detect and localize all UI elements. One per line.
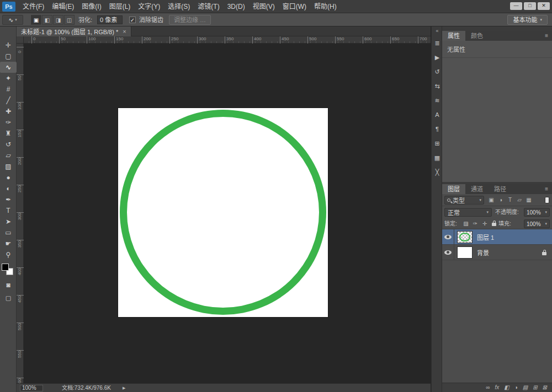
new-selection-button[interactable]: ▣	[31, 15, 41, 25]
layer-thumbnail[interactable]	[457, 246, 473, 259]
character-panel-icon[interactable]: A	[432, 109, 443, 123]
layer-thumbnail[interactable]	[457, 231, 473, 243]
quick-mask-button[interactable]: ◙	[0, 281, 17, 289]
tool-zoom[interactable]: ⚲	[0, 249, 17, 260]
expand-panels-icon[interactable]: «	[432, 26, 443, 34]
panel-menu-icon[interactable]: ≡	[545, 31, 552, 41]
tool-history-brush[interactable]: ↺	[0, 139, 17, 150]
tool-preset-picker[interactable]: ∿ ▾	[2, 15, 23, 25]
filter-smart-objects-icon[interactable]: ▦	[525, 196, 533, 205]
lock-all-icon[interactable]	[490, 219, 498, 228]
filtering-toggle[interactable]	[545, 197, 549, 203]
tool-quick-selection[interactable]: ✦	[0, 73, 17, 84]
add-layer-mask-button[interactable]: ◧	[504, 383, 509, 392]
fill-select[interactable]: 100% ▾	[524, 219, 550, 228]
layer-row-2[interactable]: 背景	[442, 245, 552, 260]
tool-healing-brush[interactable]: ✚	[0, 106, 17, 117]
menu-item-9[interactable]: 窗口(W)	[279, 0, 310, 13]
lock-transparent-pixels-icon[interactable]: ▨	[462, 219, 470, 228]
menu-item-3[interactable]: 图层(L)	[105, 0, 135, 13]
menu-item-0[interactable]: 文件(F)	[19, 0, 48, 13]
filter-type-layers-icon[interactable]: T	[506, 196, 514, 205]
styles-panel-icon[interactable]: ≋	[432, 94, 443, 109]
document-canvas[interactable]	[118, 108, 328, 317]
menu-item-10[interactable]: 帮助(H)	[310, 0, 341, 13]
h-ruler-tick: 100	[87, 36, 95, 44]
menu-item-5[interactable]: 选择(S)	[164, 0, 194, 13]
tool-move[interactable]: ✛	[0, 40, 17, 51]
tool-gradient[interactable]: ▨	[0, 161, 17, 172]
tab-paths[interactable]: 路径	[489, 184, 512, 194]
menu-item-6[interactable]: 滤镜(T)	[194, 0, 223, 13]
swatches-panel-icon[interactable]: ▦	[432, 152, 443, 166]
tab-color[interactable]: 颜色	[465, 31, 489, 41]
workspace-switcher-button[interactable]: 基本功能 ▾	[507, 15, 548, 25]
filter-adjustment-layers-icon[interactable]: ◑	[497, 196, 505, 205]
feather-input[interactable]: 0 像素	[97, 15, 123, 24]
foreground-color-swatch[interactable]	[2, 264, 9, 271]
add-to-selection-button[interactable]: ◧	[42, 15, 52, 25]
filter-shape-layers-icon[interactable]: ▱	[516, 196, 523, 205]
zoom-level-input[interactable]: 100%	[20, 385, 43, 391]
layer-visibility-toggle[interactable]	[442, 245, 454, 260]
tool-type[interactable]: T	[0, 205, 17, 216]
info-panel-icon[interactable]: ⊞	[432, 137, 443, 152]
layer-filter-type-select[interactable]: 类型 ▾	[444, 196, 484, 205]
panel-lines-icon[interactable]: ≣	[432, 37, 443, 51]
delete-layer-button[interactable]: ⊠	[543, 383, 547, 392]
tab-channels[interactable]: 通道	[465, 184, 489, 194]
new-adjustment-layer-button[interactable]: ◑	[514, 383, 518, 392]
tool-hand[interactable]: ☛	[0, 238, 17, 249]
link-layers-button[interactable]: ∞	[486, 383, 490, 392]
layer-style-button[interactable]: fx	[495, 383, 499, 392]
new-group-button[interactable]: ▤	[523, 383, 528, 392]
blend-mode-select[interactable]: 正常 ▾	[444, 208, 492, 217]
menu-item-7[interactable]: 3D(D)	[224, 0, 249, 13]
maximize-button[interactable]: □	[524, 2, 536, 10]
status-options-arrow[interactable]: ▶	[123, 384, 125, 392]
minimize-button[interactable]: —	[510, 2, 522, 10]
tool-path-selection[interactable]: ➤	[0, 216, 17, 227]
tab-properties[interactable]: 属性	[442, 31, 465, 41]
swap-panel-icon[interactable]: ⇆	[432, 80, 443, 94]
tool-eyedropper[interactable]: ╱	[0, 95, 17, 106]
subtract-from-selection-button[interactable]: ◨	[53, 15, 63, 25]
tool-brush[interactable]: ✑	[0, 117, 17, 128]
paragraph-panel-icon[interactable]: ¶	[432, 123, 443, 137]
close-tab-icon[interactable]: ×	[123, 28, 126, 35]
filter-pixel-layers-icon[interactable]: ▣	[487, 196, 495, 205]
refine-edge-button[interactable]: 调整边缘 …	[169, 15, 211, 25]
tool-lasso[interactable]: ∿	[0, 62, 17, 73]
panel-menu-icon[interactable]: ≡	[545, 184, 552, 194]
layer-visibility-toggle[interactable]	[442, 229, 454, 245]
antialias-checkbox[interactable]: ✓	[129, 17, 136, 23]
tool-pen[interactable]: ✒	[0, 194, 17, 205]
tool-rectangular-marquee[interactable]: ▢	[0, 51, 17, 62]
tool-crop[interactable]: #	[0, 84, 17, 95]
opacity-select[interactable]: 100% ▾	[524, 208, 550, 217]
menu-item-2[interactable]: 图像(I)	[78, 0, 105, 13]
layer-row-1[interactable]: 图层 1	[442, 229, 552, 245]
v-ruler-tick: 550	[17, 350, 24, 359]
new-layer-button[interactable]: ⊞	[533, 383, 537, 392]
menu-item-4[interactable]: 文字(Y)	[134, 0, 164, 13]
menu-item-8[interactable]: 视图(V)	[249, 0, 279, 13]
tool-eraser[interactable]: ▱	[0, 150, 17, 161]
lock-image-pixels-icon[interactable]: ✑	[471, 219, 479, 228]
tool-clone-stamp[interactable]: ♜	[0, 128, 17, 139]
document-tab[interactable]: 未标题-1 @ 100% (图层 1, RGB/8) * ×	[17, 26, 131, 36]
close-button[interactable]: ✕	[538, 2, 550, 10]
canvas-pasteboard[interactable]	[24, 44, 431, 383]
actions-panel-icon[interactable]: ▶	[432, 51, 443, 66]
intersect-selection-button[interactable]: ◫	[64, 15, 75, 25]
filter-type-label: 类型	[453, 196, 465, 205]
menu-item-1[interactable]: 编辑(E)	[48, 0, 78, 13]
history-panel-icon[interactable]: ↺	[432, 66, 443, 80]
screen-mode-button[interactable]: ▢	[0, 294, 17, 302]
tool-dodge[interactable]: ◐	[0, 183, 17, 194]
tool-rectangle-shape[interactable]: ▭	[0, 227, 17, 238]
lock-position-icon[interactable]: ✛	[481, 219, 489, 228]
tab-layers[interactable]: 图层	[442, 184, 465, 194]
close-panel-icon[interactable]: ╳	[432, 166, 443, 180]
tool-blur[interactable]: ●	[0, 172, 17, 183]
